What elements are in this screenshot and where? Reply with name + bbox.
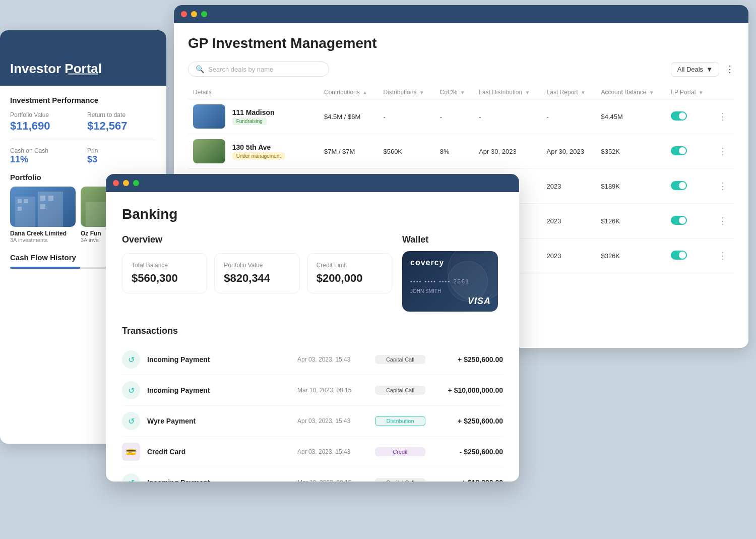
table-row[interactable]: 130 5th Ave Under management $7M / $7M $… (188, 134, 734, 169)
deal-image-1 (193, 139, 225, 163)
cash-on-cash-metric: Cash on Cash 11% (10, 147, 79, 165)
metrics-divider (10, 140, 156, 140)
svg-rect-7 (40, 204, 45, 209)
tx-date-1: Mar 10, 2023, 08:15 (297, 387, 368, 394)
overview-cards-row: Total Balance $560,300 Portfolio Value $… (122, 253, 392, 293)
deals-table-header: Details Contributions ▲ Distributions ▼ … (188, 86, 734, 99)
deal-contributions-0: $4.5M / $6M (319, 99, 378, 134)
wallet-title: Wallet (402, 234, 503, 245)
svg-rect-2 (18, 199, 22, 203)
deal-more-2[interactable]: ⋮ (713, 169, 734, 204)
window-dot-red[interactable] (181, 11, 187, 17)
deal-kebab-4[interactable]: ⋮ (718, 251, 727, 261)
deal-more-3[interactable]: ⋮ (713, 204, 734, 238)
tx-name-2: Wyre Payment (147, 417, 290, 425)
window-dot-yellow[interactable] (191, 11, 197, 17)
search-placeholder: Search deals by name (208, 66, 273, 73)
tx-amount-3: - $250,600.00 (432, 448, 503, 456)
deal-toggle-3[interactable] (666, 204, 713, 238)
lp-portal-toggle-3[interactable] (671, 216, 687, 225)
return-to-date-value: $12,567 (87, 119, 156, 133)
deal-account-balance-1: $352K (596, 134, 666, 169)
dropdown-arrow-icon: ▼ (706, 66, 713, 73)
tx-amount-4: + $18,300.00 (432, 478, 503, 482)
deal-last-report-2: 2023 (542, 169, 596, 204)
all-deals-dropdown[interactable]: All Deals ▼ (671, 62, 719, 77)
deal-badge-0: Fundraising (232, 117, 267, 125)
cashflow-bar-inner (10, 267, 80, 269)
deal-coc-1: 8% (435, 134, 474, 169)
deal-last-report-1: Apr 30, 2023 (542, 134, 596, 169)
investor-portal-handle (68, 73, 98, 75)
deal-more-0[interactable]: ⋮ (713, 99, 734, 134)
deal-more-1[interactable]: ⋮ (713, 134, 734, 169)
investor-portal-header: Investor Portal (0, 30, 166, 86)
deal-kebab-1[interactable]: ⋮ (718, 146, 727, 156)
total-balance-label: Total Balance (132, 262, 198, 269)
deal-kebab-2[interactable]: ⋮ (718, 181, 727, 191)
transactions-list: ↺ Incoming Payment Apr 03, 2023, 15:43 C… (122, 344, 503, 482)
col-actions (713, 86, 734, 99)
deal-toggle-0[interactable] (666, 99, 713, 134)
table-row[interactable]: 111 Madison Fundraising $4.5M / $6M - - … (188, 99, 734, 134)
tx-type-0: Capital Call (375, 355, 425, 364)
banking-body: Banking Overview Total Balance $560,300 … (106, 192, 519, 482)
total-balance-value: $560,300 (132, 272, 198, 285)
svg-rect-4 (18, 207, 22, 211)
window-dot-green[interactable] (201, 11, 207, 17)
bk-portfolio-value-value: $820,344 (224, 272, 290, 285)
overview-section-title: Overview (122, 234, 392, 245)
search-bar[interactable]: 🔍 Search deals by name (188, 62, 329, 77)
lp-portal-toggle-0[interactable] (671, 111, 687, 121)
deal-kebab-0[interactable]: ⋮ (718, 111, 727, 122)
deal-last-report-4: 2023 (542, 238, 596, 273)
deal-more-4[interactable]: ⋮ (713, 238, 734, 273)
tx-type-3: Credit (375, 447, 425, 456)
overview-left: Overview Total Balance $560,300 Portfoli… (122, 234, 392, 312)
transaction-row: 💳 Credit Card Apr 03, 2023, 15:43 Credit… (122, 437, 503, 467)
lp-portal-toggle-4[interactable] (671, 251, 687, 260)
deal-kebab-3[interactable]: ⋮ (718, 216, 727, 226)
svg-rect-6 (48, 196, 53, 201)
credit-limit-value: $200,000 (317, 272, 383, 285)
deal-toggle-1[interactable] (666, 134, 713, 169)
col-details: Details (188, 86, 319, 99)
return-to-date-metric: Return to date $12,567 (87, 111, 156, 133)
building-illustration-1 (10, 187, 76, 227)
col-contributions: Contributions ▲ (319, 86, 378, 99)
gp-toolbar: 🔍 Search deals by name All Deals ▼ ⋮ (188, 62, 734, 77)
deal-name-0: 111 Madison (232, 108, 275, 116)
deal-toggle-2[interactable] (666, 169, 713, 204)
deal-coc-0: - (435, 99, 474, 134)
banking-title: Banking (122, 206, 503, 222)
portfolio-value-value: $11,690 (10, 119, 79, 133)
wallet-section: Wallet covercy •••• •••• •••• 2561 JOHN … (402, 234, 503, 312)
contributions-sort-icon: ▲ (362, 90, 367, 95)
deal-account-balance-0: $4.45M (596, 99, 666, 134)
portfolio-sub-1: 3A investments (10, 237, 76, 243)
portfolio-value-metric: Portfolio Value $11,690 (10, 111, 79, 133)
lp-portal-toggle-2[interactable] (671, 181, 687, 190)
tx-type-4: Capital Call (375, 478, 425, 482)
deal-account-balance-3: $126K (596, 204, 666, 238)
banking-dot-yellow[interactable] (123, 180, 129, 186)
svg-rect-5 (40, 196, 45, 201)
principal-value: $3 (87, 154, 156, 165)
search-icon: 🔍 (196, 65, 204, 73)
deal-name-1: 130 5th Ave (232, 143, 285, 151)
portfolio-card-1[interactable]: Dana Creek Limited 3A investments (10, 187, 76, 243)
tx-type-1: Capital Call (375, 386, 425, 395)
tx-name-4: Incoming Payment (147, 478, 290, 482)
banking-dot-green[interactable] (133, 180, 139, 186)
tx-icon-2: ↺ (122, 412, 140, 430)
all-deals-label: All Deals (677, 66, 703, 73)
tx-name-3: Credit Card (147, 448, 290, 456)
tx-icon-1: ↺ (122, 381, 140, 399)
lp-portal-toggle-1[interactable] (671, 146, 687, 155)
more-options-icon[interactable]: ⋮ (725, 64, 734, 75)
portfolio-image-1 (10, 187, 76, 227)
deal-toggle-4[interactable] (666, 238, 713, 273)
total-balance-card: Total Balance $560,300 (122, 253, 207, 293)
banking-dot-red[interactable] (113, 180, 119, 186)
card-network: VISA (468, 296, 491, 307)
